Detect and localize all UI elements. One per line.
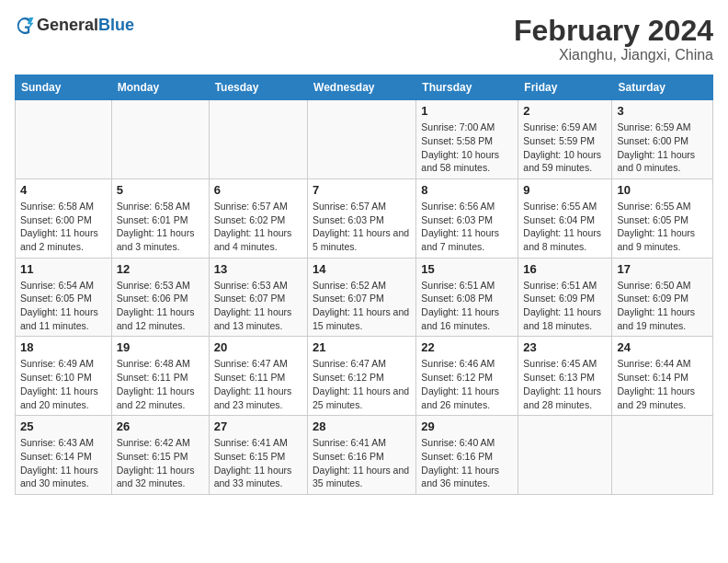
calendar-cell	[111, 100, 209, 179]
day-info: Sunrise: 6:52 AMSunset: 6:07 PMDaylight:…	[313, 279, 411, 333]
calendar-cell: 4Sunrise: 6:58 AMSunset: 6:00 PMDaylight…	[16, 178, 112, 258]
calendar-header-row: SundayMondayTuesdayWednesdayThursdayFrid…	[16, 75, 713, 100]
title-area: February 2024 Xianghu, Jiangxi, China	[514, 15, 713, 63]
calendar-cell: 17Sunrise: 6:50 AMSunset: 6:09 PMDayligh…	[612, 258, 713, 337]
calendar-week-row: 1Sunrise: 7:00 AMSunset: 5:58 PMDaylight…	[16, 100, 713, 179]
day-info: Sunrise: 6:58 AMSunset: 6:00 PMDaylight:…	[20, 200, 107, 254]
day-info: Sunrise: 6:55 AMSunset: 6:04 PMDaylight:…	[523, 200, 607, 254]
day-number: 25	[20, 419, 107, 433]
day-info: Sunrise: 6:53 AMSunset: 6:06 PMDaylight:…	[117, 279, 204, 333]
day-number: 24	[617, 340, 708, 354]
logo-general: General	[37, 16, 98, 34]
weekday-header: Sunday	[16, 75, 112, 100]
calendar-cell: 19Sunrise: 6:48 AMSunset: 6:11 PMDayligh…	[111, 337, 209, 416]
day-info: Sunrise: 6:49 AMSunset: 6:10 PMDaylight:…	[20, 357, 107, 411]
calendar-cell: 21Sunrise: 6:47 AMSunset: 6:12 PMDayligh…	[308, 337, 416, 416]
calendar-cell: 10Sunrise: 6:55 AMSunset: 6:05 PMDayligh…	[612, 178, 713, 258]
day-number: 13	[214, 262, 302, 276]
day-number: 2	[523, 104, 607, 118]
calendar-cell: 13Sunrise: 6:53 AMSunset: 6:07 PMDayligh…	[209, 258, 307, 337]
calendar-table: SundayMondayTuesdayWednesdayThursdayFrid…	[15, 75, 713, 495]
calendar-cell: 18Sunrise: 6:49 AMSunset: 6:10 PMDayligh…	[16, 337, 112, 416]
day-info: Sunrise: 6:47 AMSunset: 6:12 PMDaylight:…	[313, 357, 411, 411]
calendar-cell: 16Sunrise: 6:51 AMSunset: 6:09 PMDayligh…	[518, 258, 612, 337]
calendar-week-row: 4Sunrise: 6:58 AMSunset: 6:00 PMDaylight…	[16, 178, 713, 258]
day-number: 21	[313, 340, 411, 354]
logo-blue: Blue	[98, 16, 134, 34]
header: GeneralBlue February 2024 Xianghu, Jiang…	[15, 15, 713, 63]
day-number: 18	[20, 340, 107, 354]
calendar-week-row: 11Sunrise: 6:54 AMSunset: 6:05 PMDayligh…	[16, 258, 713, 337]
day-number: 8	[421, 183, 513, 197]
calendar-cell: 7Sunrise: 6:57 AMSunset: 6:03 PMDaylight…	[308, 178, 416, 258]
day-info: Sunrise: 7:00 AMSunset: 5:58 PMDaylight:…	[421, 121, 513, 175]
day-info: Sunrise: 6:59 AMSunset: 6:00 PMDaylight:…	[617, 121, 708, 175]
day-info: Sunrise: 6:58 AMSunset: 6:01 PMDaylight:…	[117, 200, 204, 254]
day-info: Sunrise: 6:45 AMSunset: 6:13 PMDaylight:…	[523, 357, 607, 411]
calendar-cell: 6Sunrise: 6:57 AMSunset: 6:02 PMDaylight…	[209, 178, 307, 258]
day-info: Sunrise: 6:57 AMSunset: 6:02 PMDaylight:…	[214, 200, 302, 254]
weekday-header: Tuesday	[209, 75, 307, 100]
day-number: 28	[313, 419, 411, 433]
weekday-header: Wednesday	[308, 75, 416, 100]
weekday-header: Thursday	[416, 75, 518, 100]
logo-icon	[15, 15, 35, 35]
day-info: Sunrise: 6:50 AMSunset: 6:09 PMDaylight:…	[617, 279, 708, 333]
day-info: Sunrise: 6:40 AMSunset: 6:16 PMDaylight:…	[421, 436, 513, 490]
calendar-cell	[518, 416, 612, 495]
calendar-cell: 8Sunrise: 6:56 AMSunset: 6:03 PMDaylight…	[416, 178, 518, 258]
day-number: 20	[214, 340, 302, 354]
day-number: 7	[313, 183, 411, 197]
day-number: 14	[313, 262, 411, 276]
calendar-cell: 5Sunrise: 6:58 AMSunset: 6:01 PMDaylight…	[111, 178, 209, 258]
calendar-cell: 25Sunrise: 6:43 AMSunset: 6:14 PMDayligh…	[16, 416, 112, 495]
calendar-cell: 9Sunrise: 6:55 AMSunset: 6:04 PMDaylight…	[518, 178, 612, 258]
calendar-cell: 28Sunrise: 6:41 AMSunset: 6:16 PMDayligh…	[308, 416, 416, 495]
day-info: Sunrise: 6:46 AMSunset: 6:12 PMDaylight:…	[421, 357, 513, 411]
calendar-cell	[209, 100, 307, 179]
day-info: Sunrise: 6:42 AMSunset: 6:15 PMDaylight:…	[117, 436, 204, 490]
weekday-header: Friday	[518, 75, 612, 100]
day-info: Sunrise: 6:56 AMSunset: 6:03 PMDaylight:…	[421, 200, 513, 254]
day-number: 11	[20, 262, 107, 276]
day-info: Sunrise: 6:51 AMSunset: 6:08 PMDaylight:…	[421, 279, 513, 333]
weekday-header: Saturday	[612, 75, 713, 100]
calendar-cell	[612, 416, 713, 495]
calendar-cell: 29Sunrise: 6:40 AMSunset: 6:16 PMDayligh…	[416, 416, 518, 495]
day-info: Sunrise: 6:53 AMSunset: 6:07 PMDaylight:…	[214, 279, 302, 333]
calendar-cell: 22Sunrise: 6:46 AMSunset: 6:12 PMDayligh…	[416, 337, 518, 416]
calendar-cell: 20Sunrise: 6:47 AMSunset: 6:11 PMDayligh…	[209, 337, 307, 416]
day-number: 29	[421, 419, 513, 433]
day-info: Sunrise: 6:44 AMSunset: 6:14 PMDaylight:…	[617, 357, 708, 411]
day-info: Sunrise: 6:54 AMSunset: 6:05 PMDaylight:…	[20, 279, 107, 333]
day-info: Sunrise: 6:41 AMSunset: 6:15 PMDaylight:…	[214, 436, 302, 490]
day-number: 19	[117, 340, 204, 354]
day-info: Sunrise: 6:41 AMSunset: 6:16 PMDaylight:…	[313, 436, 411, 490]
day-number: 1	[421, 104, 513, 118]
day-number: 26	[117, 419, 204, 433]
calendar-week-row: 25Sunrise: 6:43 AMSunset: 6:14 PMDayligh…	[16, 416, 713, 495]
calendar-cell: 11Sunrise: 6:54 AMSunset: 6:05 PMDayligh…	[16, 258, 112, 337]
day-info: Sunrise: 6:55 AMSunset: 6:05 PMDaylight:…	[617, 200, 708, 254]
day-number: 15	[421, 262, 513, 276]
day-info: Sunrise: 6:48 AMSunset: 6:11 PMDaylight:…	[117, 357, 204, 411]
calendar-cell	[16, 100, 112, 179]
day-number: 12	[117, 262, 204, 276]
calendar-cell: 14Sunrise: 6:52 AMSunset: 6:07 PMDayligh…	[308, 258, 416, 337]
day-number: 6	[214, 183, 302, 197]
calendar-cell	[308, 100, 416, 179]
day-info: Sunrise: 6:51 AMSunset: 6:09 PMDaylight:…	[523, 279, 607, 333]
day-info: Sunrise: 6:43 AMSunset: 6:14 PMDaylight:…	[20, 436, 107, 490]
day-info: Sunrise: 6:47 AMSunset: 6:11 PMDaylight:…	[214, 357, 302, 411]
calendar-cell: 23Sunrise: 6:45 AMSunset: 6:13 PMDayligh…	[518, 337, 612, 416]
page-title: February 2024	[514, 15, 713, 47]
calendar-cell: 27Sunrise: 6:41 AMSunset: 6:15 PMDayligh…	[209, 416, 307, 495]
day-number: 3	[617, 104, 708, 118]
calendar-cell: 2Sunrise: 6:59 AMSunset: 5:59 PMDaylight…	[518, 100, 612, 179]
calendar-cell: 24Sunrise: 6:44 AMSunset: 6:14 PMDayligh…	[612, 337, 713, 416]
calendar-cell: 1Sunrise: 7:00 AMSunset: 5:58 PMDaylight…	[416, 100, 518, 179]
day-number: 4	[20, 183, 107, 197]
calendar-cell: 26Sunrise: 6:42 AMSunset: 6:15 PMDayligh…	[111, 416, 209, 495]
day-number: 22	[421, 340, 513, 354]
logo: GeneralBlue	[15, 15, 134, 35]
